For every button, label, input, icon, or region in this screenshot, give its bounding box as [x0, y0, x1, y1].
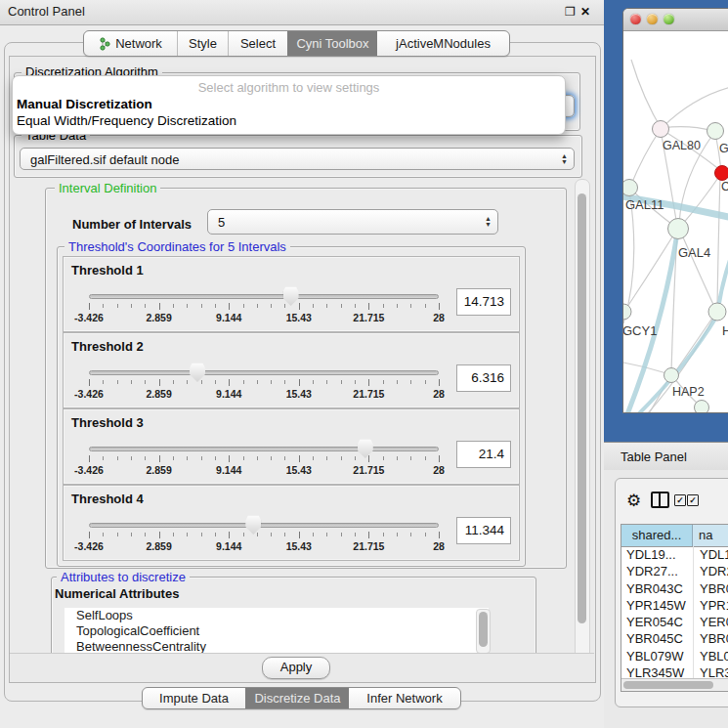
network-node[interactable] — [695, 401, 709, 413]
scrollbar-thumb[interactable] — [578, 193, 586, 623]
table-data-combobox[interactable]: galFiltered.sif default node ▲▼ — [20, 148, 575, 170]
tab-network[interactable]: Network — [84, 31, 177, 56]
table-row[interactable]: YBL079WYBL0 — [621, 648, 728, 664]
tab-impute-data[interactable]: Impute Data — [143, 688, 245, 708]
checkbox-icon[interactable]: ✓ — [687, 494, 699, 506]
tab-cyni-toolbox[interactable]: Cyni Toolbox — [287, 31, 377, 56]
tick-label: 2.859 — [146, 388, 171, 400]
tab-style[interactable]: Style — [177, 31, 228, 56]
table-row[interactable]: YBR043CYBR0 — [621, 580, 728, 597]
tick-label: -3.426 — [74, 540, 104, 552]
numerical-attributes-list[interactable]: SelfLoopsTopologicalCoefficientBetweenne… — [64, 608, 489, 653]
threshold-value-field[interactable]: 14.713 — [456, 288, 511, 316]
num-intervals-label: Number of Intervals — [72, 217, 192, 232]
table-row[interactable]: YDL19...YDL1 — [621, 546, 728, 563]
tab-infer-network[interactable]: Infer Network — [349, 688, 460, 708]
gear-icon[interactable]: ⚙ — [626, 492, 641, 511]
slider-track[interactable] — [89, 523, 439, 528]
scrollbar-thumb[interactable] — [479, 612, 488, 647]
node-label: HAP2 — [672, 385, 705, 399]
slider-track[interactable] — [89, 294, 439, 299]
tab-discretize-data[interactable]: Discretize Data — [245, 688, 349, 708]
list-vertical-scrollbar[interactable] — [476, 609, 491, 654]
threshold-value-field[interactable]: 21.4 — [456, 441, 511, 468]
network-node-h[interactable] — [708, 303, 726, 321]
network-edge[interactable] — [718, 257, 728, 309]
cyni-mode-tab-bar: Impute DataDiscretize DataInfer Network — [142, 687, 461, 709]
menu-item-equal-width-frequency-discretization[interactable]: Equal Width/Frequency Discretization — [17, 113, 236, 128]
stepper-icon[interactable]: ▲▼ — [561, 153, 568, 165]
slider-major-tick — [299, 455, 300, 462]
network-node-gal11[interactable] — [623, 180, 638, 196]
minimize-traffic-light-icon[interactable] — [647, 14, 658, 24]
slider-track[interactable] — [89, 447, 439, 451]
network-edge[interactable] — [623, 409, 699, 412]
cell-shared-name: YER054C — [621, 614, 693, 630]
columns-icon[interactable] — [651, 492, 669, 508]
checkbox-icon[interactable]: ✓ — [674, 494, 686, 506]
slider-minor-ticks — [89, 533, 439, 536]
slider-thumb[interactable] — [358, 439, 373, 458]
tick-label: 21.715 — [353, 312, 384, 323]
network-node-gcy1[interactable] — [623, 304, 631, 320]
network-edge[interactable] — [680, 231, 715, 309]
slider-major-tick — [89, 379, 90, 386]
threshold-panel-3: Threshold 3-3.4262.8599.14415.4321.71528… — [63, 408, 520, 485]
table-row[interactable]: YBR045CYBR0 — [621, 630, 728, 647]
slider-major-tick — [368, 455, 369, 462]
network-edge[interactable] — [663, 87, 728, 127]
network-edge[interactable] — [663, 127, 713, 131]
slider-thumb[interactable] — [283, 286, 299, 306]
app-root: Control Panel ❐ ✕ NetworkStyleSelectCyni… — [0, 0, 728, 728]
tab-jactivemnodules[interactable]: jActiveMNodules — [377, 31, 509, 56]
slider-major-tick — [368, 532, 369, 538]
close-icon[interactable]: ✕ — [580, 5, 590, 19]
table-horizontal-scrollbar[interactable] — [621, 678, 728, 691]
apply-button[interactable]: Apply — [262, 657, 330, 679]
slider-major-tick — [299, 379, 300, 386]
list-item[interactable]: BetweennessCentrality — [64, 639, 489, 653]
cell-name: YER0 — [693, 614, 728, 630]
threshold-value-field[interactable]: 6.316 — [456, 364, 511, 392]
tick-label: 2.859 — [146, 464, 171, 476]
table-row[interactable]: YPR145WYPR1 — [621, 597, 728, 614]
zoom-traffic-light-icon[interactable] — [664, 14, 674, 24]
tick-label: 28 — [433, 540, 445, 552]
table-row[interactable]: YER054CYER0 — [621, 614, 728, 630]
network-edge[interactable] — [717, 176, 720, 308]
close-traffic-light-icon[interactable] — [630, 14, 641, 24]
list-item[interactable]: TopologicalCoefficient — [64, 623, 489, 639]
scrollbar-thumb[interactable] — [623, 681, 713, 689]
network-node-c[interactable] — [715, 166, 728, 181]
stepper-icon[interactable]: ▲▼ — [485, 216, 492, 228]
cell-name: YBL0 — [693, 648, 728, 664]
menu-item-manual-discretization[interactable]: Manual Discretization — [17, 97, 152, 111]
node-attribute-table: shared... na YDL19...YDL1YDR27...YDR2YBR… — [621, 524, 728, 692]
slider-major-tick — [229, 303, 230, 310]
network-node-hap2[interactable] — [664, 368, 679, 383]
network-edge[interactable] — [625, 233, 677, 412]
cell-shared-name: YBR045C — [621, 630, 693, 647]
node-label: GAL4 — [678, 245, 710, 260]
network-window-titlebar[interactable] — [623, 9, 728, 31]
column-header-shared-name[interactable]: shared... — [621, 525, 693, 546]
network-node-gal4[interactable] — [668, 219, 689, 239]
slider-major-tick — [229, 532, 230, 538]
panel-vertical-scrollbar[interactable] — [575, 179, 590, 674]
slider-track[interactable] — [89, 370, 439, 375]
slider-thumb[interactable] — [245, 515, 261, 535]
network-edge[interactable] — [630, 129, 661, 187]
tab-select[interactable]: Select — [228, 31, 287, 56]
num-intervals-combobox[interactable]: 5 ▲▼ — [207, 209, 498, 235]
column-header-name[interactable]: na — [693, 525, 728, 546]
table-row[interactable]: YDR27...YDR2 — [621, 563, 728, 579]
list-item[interactable]: SelfLoops — [64, 608, 489, 623]
network-canvas[interactable]: GAL80GACGAL11GAL4GCY1HHAP2 — [623, 30, 728, 412]
network-node-gal80[interactable] — [653, 121, 669, 138]
network-node-ga[interactable] — [707, 123, 724, 140]
slider-thumb[interactable] — [190, 363, 205, 382]
threshold-value-field[interactable]: 11.344 — [456, 517, 511, 544]
network-edge[interactable] — [631, 60, 663, 131]
network-edge[interactable] — [674, 314, 715, 373]
float-window-icon[interactable]: ❐ — [565, 5, 576, 19]
